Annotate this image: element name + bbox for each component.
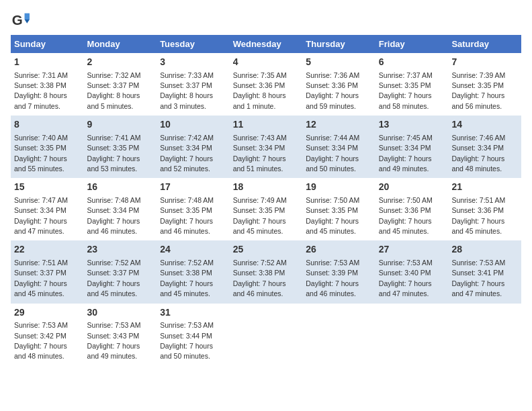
calendar-cell: 14Sunrise: 7:46 AM Sunset: 3:34 PM Dayli… — [448, 116, 521, 178]
calendar-cell: 28Sunrise: 7:53 AM Sunset: 3:41 PM Dayli… — [448, 240, 521, 303]
calendar-cell: 10Sunrise: 7:42 AM Sunset: 3:34 PM Dayli… — [157, 116, 230, 178]
day-header-monday: Monday — [84, 35, 157, 53]
calendar-cell: 17Sunrise: 7:48 AM Sunset: 3:35 PM Dayli… — [157, 178, 230, 240]
calendar-cell: 9Sunrise: 7:41 AM Sunset: 3:35 PM Daylig… — [84, 116, 157, 178]
day-info: Sunrise: 7:49 AM Sunset: 3:35 PM Dayligh… — [233, 196, 287, 235]
day-info: Sunrise: 7:43 AM Sunset: 3:34 PM Dayligh… — [233, 134, 287, 173]
day-number: 15 — [14, 181, 81, 194]
calendar-cell — [302, 304, 375, 366]
day-number: 14 — [451, 118, 518, 132]
day-info: Sunrise: 7:42 AM Sunset: 3:34 PM Dayligh… — [160, 134, 214, 173]
header-row: SundayMondayTuesdayWednesdayThursdayFrid… — [11, 35, 521, 53]
day-number: 7 — [451, 56, 518, 69]
calendar-cell: 29Sunrise: 7:53 AM Sunset: 3:42 PM Dayli… — [11, 304, 84, 366]
day-number: 22 — [14, 243, 81, 257]
day-number: 25 — [233, 243, 300, 257]
calendar-cell: 26Sunrise: 7:53 AM Sunset: 3:39 PM Dayli… — [302, 240, 375, 303]
week-row-3: 15Sunrise: 7:47 AM Sunset: 3:34 PM Dayli… — [11, 178, 521, 240]
week-row-1: 1Sunrise: 7:31 AM Sunset: 3:38 PM Daylig… — [11, 53, 521, 116]
week-row-2: 8Sunrise: 7:40 AM Sunset: 3:35 PM Daylig… — [11, 116, 521, 178]
day-number: 23 — [87, 243, 154, 257]
day-number: 20 — [379, 181, 445, 194]
calendar-cell: 27Sunrise: 7:53 AM Sunset: 3:40 PM Dayli… — [375, 240, 449, 303]
calendar-cell — [375, 304, 449, 366]
calendar-table: SundayMondayTuesdayWednesdayThursdayFrid… — [11, 35, 521, 366]
calendar-cell: 8Sunrise: 7:40 AM Sunset: 3:35 PM Daylig… — [11, 116, 84, 178]
day-info: Sunrise: 7:31 AM Sunset: 3:38 PM Dayligh… — [14, 71, 68, 110]
calendar-cell: 1Sunrise: 7:31 AM Sunset: 3:38 PM Daylig… — [11, 53, 84, 116]
day-info: Sunrise: 7:46 AM Sunset: 3:34 PM Dayligh… — [451, 134, 505, 173]
day-number: 10 — [160, 118, 226, 132]
day-header-friday: Friday — [375, 35, 449, 53]
day-info: Sunrise: 7:53 AM Sunset: 3:40 PM Dayligh… — [379, 259, 433, 298]
day-number: 19 — [306, 181, 372, 194]
day-info: Sunrise: 7:53 AM Sunset: 3:43 PM Dayligh… — [87, 321, 141, 360]
day-info: Sunrise: 7:53 AM Sunset: 3:42 PM Dayligh… — [14, 321, 68, 360]
day-info: Sunrise: 7:50 AM Sunset: 3:35 PM Dayligh… — [306, 196, 359, 235]
day-number: 26 — [306, 243, 372, 257]
svg-marker-2 — [25, 19, 30, 24]
day-number: 31 — [160, 306, 226, 320]
day-number: 5 — [306, 56, 372, 69]
day-info: Sunrise: 7:41 AM Sunset: 3:35 PM Dayligh… — [87, 134, 141, 173]
day-info: Sunrise: 7:48 AM Sunset: 3:35 PM Dayligh… — [160, 196, 214, 235]
day-info: Sunrise: 7:47 AM Sunset: 3:34 PM Dayligh… — [14, 196, 68, 235]
day-info: Sunrise: 7:52 AM Sunset: 3:38 PM Dayligh… — [233, 259, 287, 298]
day-number: 27 — [379, 243, 445, 257]
svg-marker-1 — [25, 13, 30, 19]
day-number: 21 — [451, 181, 518, 194]
logo-icon: G — [11, 11, 30, 30]
day-info: Sunrise: 7:53 AM Sunset: 3:44 PM Dayligh… — [160, 321, 214, 360]
day-info: Sunrise: 7:33 AM Sunset: 3:37 PM Dayligh… — [160, 71, 214, 110]
day-number: 9 — [87, 118, 154, 132]
calendar-cell: 21Sunrise: 7:51 AM Sunset: 3:36 PM Dayli… — [448, 178, 521, 240]
calendar-cell: 24Sunrise: 7:52 AM Sunset: 3:38 PM Dayli… — [157, 240, 230, 303]
day-info: Sunrise: 7:52 AM Sunset: 3:38 PM Dayligh… — [160, 259, 214, 298]
calendar-cell: 20Sunrise: 7:50 AM Sunset: 3:36 PM Dayli… — [375, 178, 449, 240]
day-number: 1 — [14, 56, 81, 69]
calendar-cell — [230, 304, 303, 366]
day-info: Sunrise: 7:51 AM Sunset: 3:37 PM Dayligh… — [14, 259, 68, 298]
day-number: 8 — [14, 118, 81, 132]
day-info: Sunrise: 7:39 AM Sunset: 3:35 PM Dayligh… — [451, 71, 505, 110]
calendar-cell: 7Sunrise: 7:39 AM Sunset: 3:35 PM Daylig… — [448, 53, 521, 116]
day-number: 17 — [160, 181, 226, 194]
day-header-wednesday: Wednesday — [230, 35, 303, 53]
day-info: Sunrise: 7:32 AM Sunset: 3:37 PM Dayligh… — [87, 71, 141, 110]
day-info: Sunrise: 7:35 AM Sunset: 3:36 PM Dayligh… — [233, 71, 287, 110]
calendar-cell: 2Sunrise: 7:32 AM Sunset: 3:37 PM Daylig… — [84, 53, 157, 116]
calendar-cell: 12Sunrise: 7:44 AM Sunset: 3:34 PM Dayli… — [302, 116, 375, 178]
day-number: 24 — [160, 243, 226, 257]
calendar-cell: 11Sunrise: 7:43 AM Sunset: 3:34 PM Dayli… — [230, 116, 303, 178]
day-number: 4 — [233, 56, 300, 69]
day-info: Sunrise: 7:52 AM Sunset: 3:37 PM Dayligh… — [87, 259, 141, 298]
day-info: Sunrise: 7:53 AM Sunset: 3:41 PM Dayligh… — [451, 259, 505, 298]
day-number: 18 — [233, 181, 300, 194]
calendar-cell: 4Sunrise: 7:35 AM Sunset: 3:36 PM Daylig… — [230, 53, 303, 116]
page-header: G — [11, 11, 521, 30]
day-info: Sunrise: 7:37 AM Sunset: 3:35 PM Dayligh… — [379, 71, 433, 110]
calendar-cell: 3Sunrise: 7:33 AM Sunset: 3:37 PM Daylig… — [157, 53, 230, 116]
day-header-tuesday: Tuesday — [157, 35, 230, 53]
calendar-cell: 18Sunrise: 7:49 AM Sunset: 3:35 PM Dayli… — [230, 178, 303, 240]
day-header-saturday: Saturday — [448, 35, 521, 53]
calendar-cell: 23Sunrise: 7:52 AM Sunset: 3:37 PM Dayli… — [84, 240, 157, 303]
day-info: Sunrise: 7:48 AM Sunset: 3:34 PM Dayligh… — [87, 196, 141, 235]
day-info: Sunrise: 7:45 AM Sunset: 3:34 PM Dayligh… — [379, 134, 433, 173]
day-info: Sunrise: 7:51 AM Sunset: 3:36 PM Dayligh… — [451, 196, 505, 235]
day-info: Sunrise: 7:50 AM Sunset: 3:36 PM Dayligh… — [379, 196, 433, 235]
calendar-cell: 30Sunrise: 7:53 AM Sunset: 3:43 PM Dayli… — [84, 304, 157, 366]
calendar-cell: 22Sunrise: 7:51 AM Sunset: 3:37 PM Dayli… — [11, 240, 84, 303]
day-number: 13 — [379, 118, 445, 132]
day-header-sunday: Sunday — [11, 35, 84, 53]
day-number: 11 — [233, 118, 300, 132]
day-number: 3 — [160, 56, 226, 69]
day-number: 2 — [87, 56, 154, 69]
calendar-cell: 6Sunrise: 7:37 AM Sunset: 3:35 PM Daylig… — [375, 53, 449, 116]
day-number: 28 — [451, 243, 518, 257]
day-number: 12 — [306, 118, 372, 132]
calendar-cell: 16Sunrise: 7:48 AM Sunset: 3:34 PM Dayli… — [84, 178, 157, 240]
calendar-cell — [448, 304, 521, 366]
calendar-cell: 13Sunrise: 7:45 AM Sunset: 3:34 PM Dayli… — [375, 116, 449, 178]
week-row-4: 22Sunrise: 7:51 AM Sunset: 3:37 PM Dayli… — [11, 240, 521, 303]
